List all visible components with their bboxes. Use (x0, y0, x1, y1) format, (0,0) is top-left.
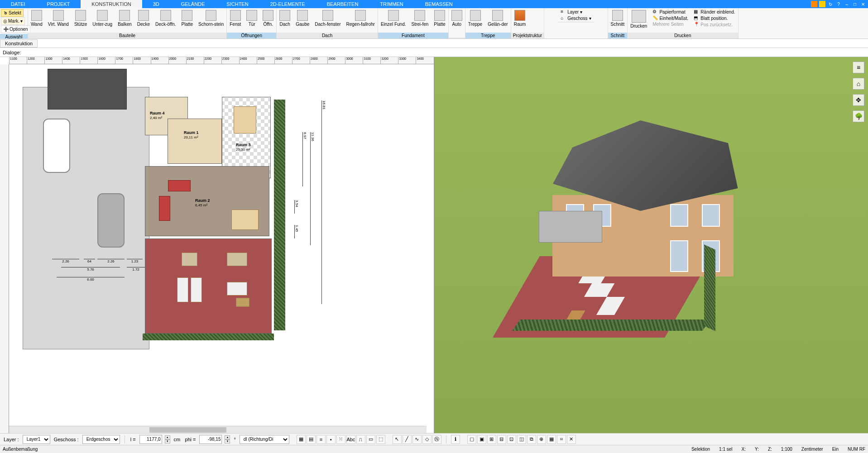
tab-trimmen[interactable]: TRIMMEN (369, 0, 414, 8)
dining-table[interactable] (234, 106, 256, 134)
icon-2[interactable] (819, 1, 825, 7)
window-3d-5[interactable] (670, 240, 688, 272)
gaube-button[interactable]: Gaube (293, 9, 312, 28)
layer-select[interactable]: Layer1 (23, 435, 50, 444)
bounds-icon[interactable]: ⬚ (376, 435, 385, 444)
tab-sichten[interactable]: SICHTEN (216, 0, 259, 8)
driveway[interactable] (23, 87, 149, 349)
oeffn-button[interactable]: Öffn. (260, 9, 276, 28)
direction-select[interactable]: dl (Richtung/Di (240, 435, 289, 444)
raum-button[interactable]: Raum (511, 9, 529, 28)
fenster-button[interactable]: Fenst (227, 9, 244, 28)
schornstein-button[interactable]: Schorn-stein (196, 9, 226, 28)
side-table[interactable] (236, 298, 249, 307)
fill-icon[interactable]: ▦ (297, 435, 306, 444)
terrace-seat[interactable] (227, 282, 247, 296)
layer-dropdown[interactable]: ≡Layer▾ (561, 9, 582, 14)
balcony-3d[interactable] (539, 211, 602, 243)
close-icon[interactable]: ✕ (860, 1, 866, 7)
text-icon[interactable]: Abc (346, 435, 355, 444)
terrace[interactable] (145, 238, 272, 334)
help-icon[interactable]: ? (835, 1, 842, 7)
house-3d[interactable] (489, 120, 761, 310)
geschoss-select[interactable]: Erdgeschos (82, 435, 120, 444)
wand-button[interactable]: Wand (28, 9, 45, 28)
camera-tool-icon[interactable]: ⌂ (853, 78, 864, 90)
tab-3d[interactable]: 3D (142, 0, 170, 8)
dachfenster-button[interactable]: Dach-fenster (312, 9, 343, 28)
raender-button[interactable]: ▦Ränder einblend. (694, 9, 735, 14)
tab-projekt[interactable]: PROJEKT (36, 0, 81, 8)
room-2[interactable]: Raum 26,45 m² (145, 166, 269, 236)
regenfallrohr-button[interactable]: Regen-fallrohr (344, 9, 378, 28)
tab-konstruktion[interactable]: KONSTRUKTION (81, 0, 142, 8)
rect-icon[interactable]: ▭ (366, 435, 375, 444)
options-button[interactable]: ➕Optionen (1, 25, 30, 33)
phi-input[interactable] (199, 435, 222, 444)
view-3d[interactable]: ≡ ⌂ ✥ 🌳 (435, 57, 868, 433)
cursor-icon[interactable]: ↖ (393, 435, 402, 444)
terrace-table-1[interactable] (182, 253, 197, 266)
hedge-bottom[interactable] (143, 334, 274, 340)
tuer-button[interactable]: Tür (244, 9, 260, 28)
up-icon[interactable]: ▲ (225, 435, 230, 439)
sofa-2[interactable] (159, 196, 170, 221)
maximize-icon[interactable]: □ (852, 1, 858, 7)
view6-icon[interactable]: ◫ (517, 435, 526, 444)
lounger-2[interactable] (191, 277, 202, 302)
snap-icon[interactable]: ⎍ (356, 435, 365, 444)
up-icon[interactable]: ▲ (165, 435, 170, 439)
geschoss-dropdown[interactable]: ⌂Geschoss▾ (561, 15, 591, 21)
view8-icon[interactable]: ⊕ (537, 435, 546, 444)
car-1[interactable] (43, 119, 70, 173)
canvas-2d[interactable]: Raum 42,40 m² Raum 120,11 m² Raum 325,30… (9, 64, 434, 426)
balken-button[interactable]: Balken (115, 9, 134, 28)
coffee-table[interactable] (231, 210, 259, 230)
hedge-3d-front[interactable] (512, 319, 710, 331)
poly-icon[interactable]: ◇ (422, 435, 432, 444)
view10-icon[interactable]: ⌗ (557, 435, 566, 444)
hedge-right[interactable] (274, 100, 285, 330)
decke-button[interactable]: Decke (134, 9, 153, 28)
terrace-table-2[interactable] (227, 253, 247, 266)
view9-icon[interactable]: ▦ (547, 435, 556, 444)
platte-button[interactable]: Platte (179, 9, 196, 28)
icon-1[interactable] (811, 1, 817, 7)
tab-bemassen[interactable]: BEMASSEN (414, 0, 464, 8)
down-icon[interactable]: ▼ (225, 439, 230, 443)
drucken-button[interactable]: Drucken (628, 9, 650, 29)
refresh-icon[interactable]: ↻ (827, 1, 834, 7)
room-1[interactable]: Raum 120,11 m² (168, 119, 222, 164)
tab-2d-elemente[interactable]: 2D-ELEMENTE (259, 0, 316, 8)
einheit-button[interactable]: 📏Einheit/Maßst. (652, 15, 688, 21)
select-button[interactable]: 🖱Selekt (1, 9, 24, 17)
window-3d-3[interactable] (670, 204, 688, 227)
fundplatte-button[interactable]: Platte (431, 9, 448, 28)
stuetze-button[interactable]: Stütze (72, 9, 90, 28)
sofa-1[interactable] (168, 180, 191, 191)
tree-tool-icon[interactable]: 🌳 (853, 110, 864, 122)
table-3d[interactable] (596, 297, 624, 315)
l-spinner[interactable]: ▲▼ (165, 435, 170, 443)
lines-icon[interactable]: ≡ (317, 435, 326, 444)
pos-button[interactable]: 📍Pos zurücksetz. (694, 22, 735, 27)
konstruktion-tab[interactable]: Konstruktion (0, 39, 38, 48)
grid-icon[interactable]: ▪ (326, 435, 336, 444)
tab-bearbeiten[interactable]: BEARBEITEN (316, 0, 369, 8)
auto-button[interactable]: Auto (449, 9, 465, 28)
view-2d[interactable]: 11001200 13001400 15001600 17001800 1900… (0, 57, 435, 433)
schnitt-button[interactable]: Schnitt (608, 9, 628, 28)
blatt-button[interactable]: ⬒Blatt position. (694, 15, 735, 21)
deck-oeffn-button[interactable]: Deck-öffn. (153, 9, 178, 28)
tab-datei[interactable]: DATEI (0, 0, 36, 8)
garage[interactable] (48, 69, 127, 110)
down-icon[interactable]: ▼ (165, 439, 170, 443)
treppe-button[interactable]: Treppe (465, 9, 485, 28)
view7-icon[interactable]: ⧉ (527, 435, 536, 444)
dach-button[interactable]: Dach (277, 9, 293, 28)
lounger-3d-2[interactable] (584, 283, 614, 297)
streifen-button[interactable]: Strei-fen (408, 9, 431, 28)
line-icon[interactable]: ╱ (403, 435, 412, 444)
l-input[interactable] (139, 435, 162, 444)
gelaender-button[interactable]: Gelän-der (485, 9, 510, 28)
